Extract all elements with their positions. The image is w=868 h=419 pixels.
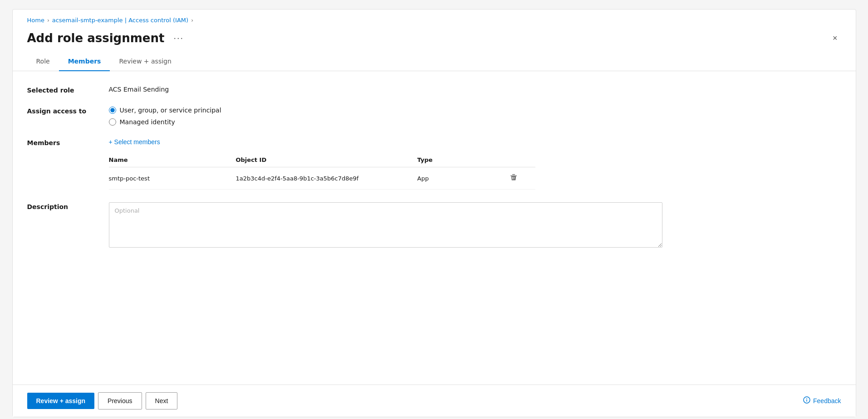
feedback-button[interactable]: Feedback — [803, 396, 841, 405]
breadcrumb-home[interactable]: Home — [27, 17, 44, 24]
feedback-icon — [803, 396, 810, 405]
assign-access-label: Assign access to — [27, 107, 109, 115]
members-table: Name Object ID Type smtp-poc-test 1a2b3c… — [109, 153, 535, 190]
col-header-action — [508, 153, 535, 167]
radio-user-group[interactable]: User, group, or service principal — [109, 107, 221, 114]
next-button[interactable]: Next — [146, 392, 178, 409]
table-row: smtp-poc-test 1a2b3c4d-e2f4-5aa8-9b1c-3a… — [109, 167, 535, 190]
svg-rect-4 — [806, 400, 807, 402]
select-members-button[interactable]: + Select members — [109, 138, 535, 146]
member-type: App — [417, 167, 508, 190]
assign-access-row: Assign access to User, group, or service… — [27, 107, 841, 126]
panel-title-row: Add role assignment ··· — [27, 31, 188, 45]
feedback-label: Feedback — [813, 397, 841, 404]
delete-member-button[interactable] — [508, 172, 519, 185]
selected-role-row: Selected role ACS Email Sending — [27, 86, 841, 94]
close-button[interactable]: × — [829, 32, 841, 44]
col-header-name: Name — [109, 153, 236, 167]
selected-role-value: ACS Email Sending — [109, 86, 169, 93]
svg-rect-0 — [510, 175, 517, 176]
members-row: Members + Select members Name Object ID … — [27, 138, 841, 190]
radio-managed-identity-label: Managed identity — [120, 118, 175, 126]
breadcrumb-iam[interactable]: acsemail-smtp-example | Access control (… — [52, 17, 188, 24]
assign-access-options: User, group, or service principal Manage… — [109, 107, 221, 126]
svg-point-3 — [806, 399, 807, 400]
tab-members[interactable]: Members — [59, 52, 110, 71]
description-label: Description — [27, 202, 109, 210]
tab-review-assign[interactable]: Review + assign — [110, 52, 180, 71]
breadcrumb-sep-2: › — [191, 17, 193, 24]
member-delete-cell — [508, 167, 535, 190]
main-panel: Home › acsemail-smtp-example | Access co… — [12, 9, 856, 417]
tab-role[interactable]: Role — [27, 52, 59, 71]
panel-header: Add role assignment ··· × — [13, 27, 856, 52]
member-name: smtp-poc-test — [109, 167, 236, 190]
radio-managed-identity[interactable]: Managed identity — [109, 118, 221, 126]
tabs-container: Role Members Review + assign — [13, 52, 856, 71]
page-title: Add role assignment — [27, 31, 165, 45]
member-objectid: 1a2b3c4d-e2f4-5aa8-9b1c-3a5b6c7d8e9f — [236, 167, 417, 190]
selected-role-label: Selected role — [27, 86, 109, 94]
more-options-button[interactable]: ··· — [170, 31, 187, 45]
description-input[interactable] — [109, 202, 662, 248]
review-assign-button[interactable]: Review + assign — [27, 393, 95, 409]
members-label: Members — [27, 138, 109, 146]
previous-button[interactable]: Previous — [98, 392, 142, 409]
col-header-type: Type — [417, 153, 508, 167]
footer: Review + assign Previous Next Feedback — [13, 385, 856, 417]
content-area: Selected role ACS Email Sending Assign a… — [13, 71, 856, 385]
radio-user-group-label: User, group, or service principal — [120, 107, 221, 114]
breadcrumb-sep-1: › — [47, 17, 49, 24]
description-row: Description — [27, 202, 841, 248]
col-header-objectid: Object ID — [236, 153, 417, 167]
breadcrumb: Home › acsemail-smtp-example | Access co… — [13, 10, 856, 27]
footer-actions: Review + assign Previous Next — [27, 392, 178, 409]
svg-rect-1 — [512, 174, 515, 175]
